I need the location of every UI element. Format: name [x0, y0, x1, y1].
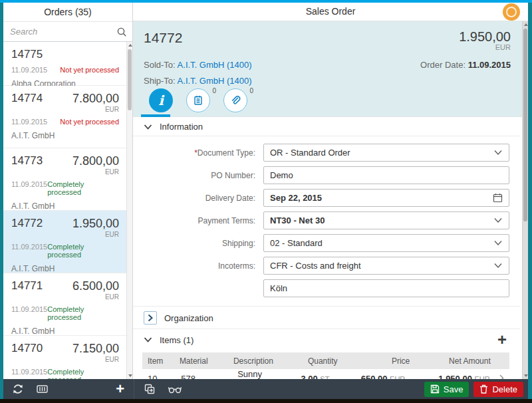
- icon-tab-bar: i 0: [133, 86, 528, 117]
- order-id: 14775: [11, 48, 43, 61]
- order-date: 11.09.2015: [11, 368, 47, 379]
- column-header-item: Item: [148, 356, 180, 366]
- order-currency: EUR: [11, 356, 119, 363]
- order-amount: 6.500,00: [72, 279, 119, 293]
- detail-footer: Save Delete: [134, 379, 528, 399]
- order-list-item[interactable]: 14770 7.150,00 EUR 11.09.2015 Completely…: [3, 336, 132, 379]
- tab-information[interactable]: i: [149, 88, 173, 112]
- scroll-down-icon[interactable]: [523, 372, 529, 379]
- active-tab-indicator: [141, 114, 170, 117]
- order-status: Completely processed: [47, 243, 119, 259]
- incoterms-label: Incoterms:: [133, 261, 263, 271]
- po-number-input[interactable]: Demo: [263, 166, 509, 184]
- detail-content: Information *Document Type: OR - Standar…: [133, 117, 528, 379]
- scroll-down-icon[interactable]: [127, 372, 132, 379]
- order-id: 14773: [11, 154, 43, 168]
- order-date-label: Order Date:: [420, 60, 466, 70]
- master-footer: +: [3, 379, 134, 399]
- order-id: 14770: [11, 342, 43, 355]
- incoterms-select[interactable]: CFR - Costs and freight: [263, 257, 509, 275]
- detail-title-bar: Sales Order: [133, 3, 528, 21]
- order-status: Not yet processed: [60, 66, 119, 74]
- items-section-header[interactable]: Items (1) +: [133, 329, 520, 350]
- footer-toolbar: +: [0, 379, 532, 399]
- order-customer: A.I.T. GmbH: [11, 131, 119, 140]
- order-list-item[interactable]: 14773 7.800,00 EUR 11.09.2015 Completely…: [3, 148, 132, 211]
- row-nav-chevron-icon[interactable]: [490, 374, 504, 379]
- calendar-icon[interactable]: [493, 193, 503, 203]
- search-input[interactable]: [10, 27, 116, 37]
- scroll-up-icon[interactable]: [523, 21, 529, 28]
- form-row-incoterms-location: Köln: [133, 279, 520, 297]
- orders-list: 14775 11.09.2015 Not yet processed Alpha…: [3, 42, 132, 379]
- tab-attachments[interactable]: 0: [223, 88, 247, 112]
- chevron-down-icon: [144, 124, 152, 130]
- attachments-count-badge: 0: [249, 87, 253, 94]
- ship-to-link[interactable]: A.I.T. GmbH (1400): [178, 76, 252, 86]
- order-list-item[interactable]: 14775 11.09.2015 Not yet processed Alpha…: [3, 42, 132, 86]
- sold-to-link[interactable]: A.I.T. GmbH (1400): [178, 60, 252, 70]
- information-section-label: Information: [160, 122, 203, 132]
- payment-terms-select[interactable]: NT30 - Net 30: [263, 211, 509, 229]
- form-row-incoterms: Incoterms: CFR - Costs and freight: [133, 257, 520, 275]
- notepad-icon: [192, 94, 204, 106]
- window-bottom-edge: [0, 399, 532, 403]
- item-quantity-unit: ST: [320, 375, 329, 379]
- order-amount: 7.800,00: [72, 92, 119, 106]
- search-icon[interactable]: [116, 27, 127, 37]
- delivery-date-picker[interactable]: Sep 22, 2015: [263, 189, 509, 207]
- object-header: 14772 1.950,00 EUR Sold-To: A.I.T. GmbH …: [133, 21, 528, 86]
- page-title: Sales Order: [306, 6, 356, 17]
- order-amount: 1.950,00: [72, 217, 119, 231]
- avatar[interactable]: [503, 3, 520, 21]
- info-icon: i: [158, 94, 164, 107]
- chevron-right-icon[interactable]: [144, 311, 157, 325]
- shipping-label: Shipping:: [133, 239, 263, 248]
- incoterms-location-input[interactable]: Köln: [263, 279, 509, 297]
- add-item-button[interactable]: +: [497, 334, 511, 346]
- order-list-item[interactable]: 14771 6.500,00 EUR 11.09.2015 Completely…: [3, 273, 132, 336]
- order-date: 11.09.2015: [11, 180, 47, 196]
- refresh-icon[interactable]: [12, 383, 24, 395]
- item-quantity: 3,00: [301, 374, 317, 379]
- items-section-label: Items (1): [160, 335, 194, 345]
- chevron-down-icon: [144, 336, 152, 343]
- organization-section-label: Organization: [164, 313, 213, 323]
- order-status: Completely processed: [47, 305, 119, 321]
- item-material: 578: [181, 374, 237, 379]
- shipping-select[interactable]: 02 - Standard: [263, 234, 509, 252]
- chevron-down-icon: [493, 240, 503, 246]
- order-status: Completely processed: [47, 180, 119, 196]
- item-price-unit: EUR: [390, 375, 405, 379]
- scrollbar-thumb[interactable]: [128, 49, 132, 110]
- order-list-item[interactable]: 14774 7.800,00 EUR 11.09.2015 Not yet pr…: [3, 86, 132, 148]
- copy-icon[interactable]: [144, 383, 156, 395]
- order-amount: 7.800,00: [72, 154, 119, 168]
- tab-notes[interactable]: 0: [186, 88, 210, 112]
- information-section-header[interactable]: Information: [133, 117, 520, 136]
- column-header-description: Description: [233, 356, 273, 366]
- order-date: 11.09.2015: [11, 243, 47, 259]
- order-list-item-selected[interactable]: 14772 1.950,00 EUR 11.09.2015 Completely…: [3, 211, 132, 273]
- order-date: 11.09.2015: [11, 118, 47, 126]
- save-button[interactable]: Save: [424, 382, 469, 397]
- delete-button[interactable]: Delete: [473, 382, 523, 397]
- order-id: 14772: [11, 217, 43, 230]
- document-type-select[interactable]: OR - Standard Order: [263, 144, 509, 162]
- form-row-po-number: PO Number: Demo: [133, 166, 520, 184]
- orders-master-panel: Orders (35) 14775 11.09.2015 Not yet: [3, 3, 133, 379]
- add-order-button[interactable]: +: [116, 382, 124, 396]
- payment-terms-label: Payment Terms:: [133, 216, 263, 225]
- scroll-up-icon[interactable]: [127, 42, 132, 49]
- scrollbar-thumb[interactable]: [523, 29, 527, 221]
- detail-scrollbar[interactable]: [522, 21, 528, 379]
- order-customer: A.I.T. GmbH: [11, 264, 119, 273]
- organization-section-header[interactable]: Organization: [133, 306, 520, 329]
- items-table-header: Item Material Description Quantity Price…: [142, 352, 509, 369]
- object-order-id: 14772: [144, 30, 182, 46]
- item-table-row[interactable]: 10 578 Sunny Sunny 3,00 ST 650,00 EUR 1.…: [142, 369, 509, 379]
- sidebar-scrollbar[interactable]: [126, 42, 132, 379]
- display-mode-glasses-icon[interactable]: [168, 384, 182, 394]
- group-icon[interactable]: [36, 384, 49, 394]
- item-price: 650,00: [361, 374, 388, 379]
